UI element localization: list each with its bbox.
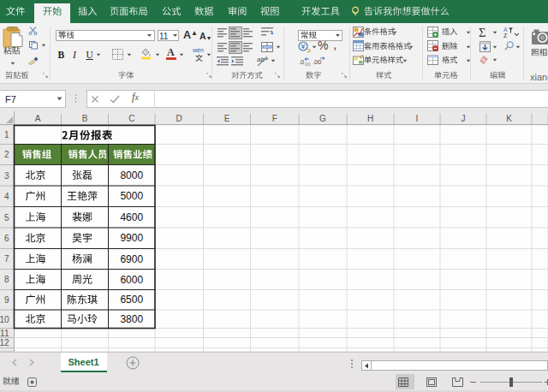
svg-text:00: 00 bbox=[305, 62, 311, 67]
svg-text:F: F bbox=[272, 114, 277, 123]
svg-text:I: I bbox=[416, 114, 419, 123]
svg-text:A: A bbox=[35, 114, 41, 123]
svg-text:12: 12 bbox=[0, 338, 9, 347]
svg-text:3800: 3800 bbox=[120, 313, 143, 325]
svg-text:8: 8 bbox=[4, 275, 9, 284]
svg-text:3: 3 bbox=[4, 171, 9, 181]
svg-text:2: 2 bbox=[4, 150, 9, 159]
svg-text:8000: 8000 bbox=[120, 169, 143, 181]
svg-text:6500: 6500 bbox=[120, 294, 143, 306]
svg-text:C: C bbox=[128, 114, 134, 123]
svg-text:B: B bbox=[82, 114, 88, 123]
svg-text:J: J bbox=[462, 114, 466, 123]
svg-text:6900: 6900 bbox=[120, 253, 143, 265]
svg-text:9900: 9900 bbox=[120, 232, 143, 244]
svg-text:7: 7 bbox=[4, 254, 9, 264]
svg-text:9: 9 bbox=[4, 295, 9, 305]
svg-text:11: 11 bbox=[0, 329, 9, 338]
svg-text:4: 4 bbox=[4, 192, 9, 201]
svg-text:1: 1 bbox=[4, 130, 9, 140]
svg-text:D: D bbox=[176, 114, 182, 123]
svg-text:6: 6 bbox=[4, 234, 9, 243]
svg-text:6000: 6000 bbox=[120, 274, 143, 286]
svg-text:H: H bbox=[367, 114, 373, 123]
svg-text:.00: .00 bbox=[313, 58, 321, 66]
svg-text:K: K bbox=[506, 114, 512, 123]
svg-text:5: 5 bbox=[4, 213, 9, 223]
svg-text:G: G bbox=[319, 114, 326, 123]
svg-text:4600: 4600 bbox=[120, 211, 143, 223]
svg-text:E: E bbox=[224, 114, 230, 123]
svg-text:10: 10 bbox=[0, 315, 9, 324]
svg-text:Z: Z bbox=[503, 33, 508, 38]
svg-text:.0: .0 bbox=[299, 58, 304, 66]
svg-text:ab: ab bbox=[257, 56, 265, 63]
svg-text:5000: 5000 bbox=[120, 190, 143, 202]
svg-text:A: A bbox=[503, 27, 508, 33]
